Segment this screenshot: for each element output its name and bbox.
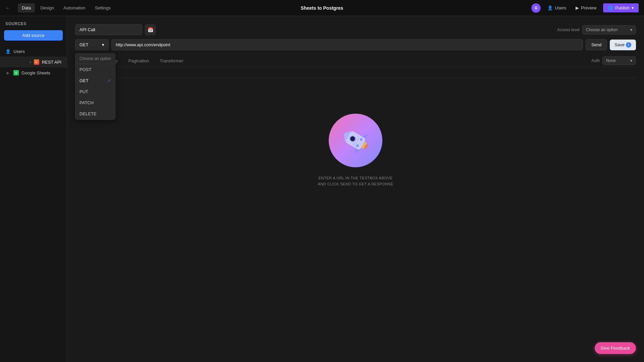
response-title: Response [75, 86, 636, 92]
method-option-delete[interactable]: DELETE [75, 108, 115, 119]
calendar-icon: 📅 [148, 27, 153, 33]
calendar-button[interactable]: 📅 [145, 24, 156, 35]
method-option-patch[interactable]: PATCH [75, 97, 115, 108]
response-empty: ENTER A URL IN THE TEXTBOX ABOVE AND CLI… [75, 100, 636, 200]
app-title: Sheets to Postgres [301, 5, 343, 11]
publish-button[interactable]: 🌐 Publish ▾ [603, 3, 639, 12]
auth-row: Auth None ▾ [591, 56, 636, 66]
tabs-row: Headers Body Pagination Transformer Auth… [75, 56, 636, 67]
auth-chevron-icon: ▾ [630, 58, 632, 63]
back-button[interactable]: ← [5, 5, 10, 10]
tab-data[interactable]: Data [18, 3, 35, 12]
sidebar-item-users[interactable]: 👤 Users [0, 46, 67, 57]
access-dropdown-chevron-icon: ▾ [630, 27, 632, 32]
publish-chevron-icon: ▾ [632, 5, 634, 10]
tab-automation[interactable]: Automation [59, 3, 90, 12]
publish-icon: 🌐 [608, 5, 613, 10]
nav-right: G 👤 Users ▶ Preview 🌐 Publish ▾ [531, 3, 639, 13]
dropdown-placeholder: Choose an option [75, 54, 115, 64]
access-level-label: Access level [557, 27, 580, 32]
sidebar: Sources Add source 👤 Users ▾ R REST API … [0, 16, 67, 362]
method-chevron-icon: ▾ [102, 42, 104, 47]
method-option-get[interactable]: GET ✓ [75, 75, 115, 86]
save-button[interactable]: Save i [610, 40, 636, 50]
google-sheets-icon: G [13, 70, 19, 75]
access-level-dropdown[interactable]: Choose an option ▾ [582, 25, 636, 35]
method-select[interactable]: GET ▾ [75, 39, 109, 50]
preview-button[interactable]: ▶ Preview [573, 4, 599, 12]
method-option-put[interactable]: PUT [75, 86, 115, 97]
url-bar: GET ▾ Choose an option POST GET ✓ PUT PA… [75, 39, 636, 50]
nav-tabs: Data Design Automation Settings [18, 3, 115, 12]
user-icon: 👤 [5, 49, 11, 54]
sidebar-item-rest-api[interactable]: ▾ R REST API [0, 57, 67, 67]
preview-icon: ▶ [576, 5, 579, 10]
access-level-row: Access level Choose an option ▾ [557, 25, 636, 35]
sidebar-title: Sources [0, 21, 67, 30]
users-icon: 👤 [547, 5, 553, 10]
add-source-button[interactable]: Add source [4, 30, 63, 41]
auth-dropdown[interactable]: None ▾ [602, 56, 636, 65]
tab-settings[interactable]: Settings [91, 3, 115, 12]
api-header: 📅 Access level Choose an option ▾ [75, 24, 636, 35]
section-divider [75, 78, 636, 78]
main-layout: Sources Add source 👤 Users ▾ R REST API … [0, 16, 644, 362]
chevron-down-icon: ▾ [30, 60, 31, 64]
content-area: 📅 Access level Choose an option ▾ GET ▾ … [67, 16, 644, 362]
top-nav: ← Data Design Automation Settings Sheets… [0, 0, 644, 16]
users-button[interactable]: 👤 Users [545, 4, 569, 12]
google-sheets-chevron-icon: ▶ [5, 70, 11, 75]
sidebar-item-google-sheets[interactable]: ▶ G Google Sheets [0, 67, 67, 78]
api-name-input[interactable] [75, 24, 142, 35]
auth-label: Auth [591, 58, 600, 63]
tab-transformer[interactable]: Transformer [154, 56, 189, 67]
rest-api-icon: R [34, 59, 39, 65]
method-dropdown: Choose an option POST GET ✓ PUT PATCH DE… [75, 53, 115, 120]
tab-design[interactable]: Design [36, 3, 58, 12]
rocket-svg [331, 117, 381, 164]
save-info-icon: i [626, 42, 631, 48]
avatar: G [531, 3, 541, 13]
response-section: Response [75, 86, 636, 200]
check-icon: ✓ [107, 78, 111, 83]
send-button[interactable]: Send [586, 39, 607, 50]
url-input[interactable] [111, 39, 583, 50]
response-hint: ENTER A URL IN THE TEXTBOX ABOVE AND CLI… [318, 175, 393, 187]
method-option-post[interactable]: POST [75, 64, 115, 75]
give-feedback-button[interactable]: Give Feedback [595, 342, 636, 354]
tab-pagination[interactable]: Pagination [123, 56, 154, 67]
rocket-illustration [329, 114, 382, 167]
